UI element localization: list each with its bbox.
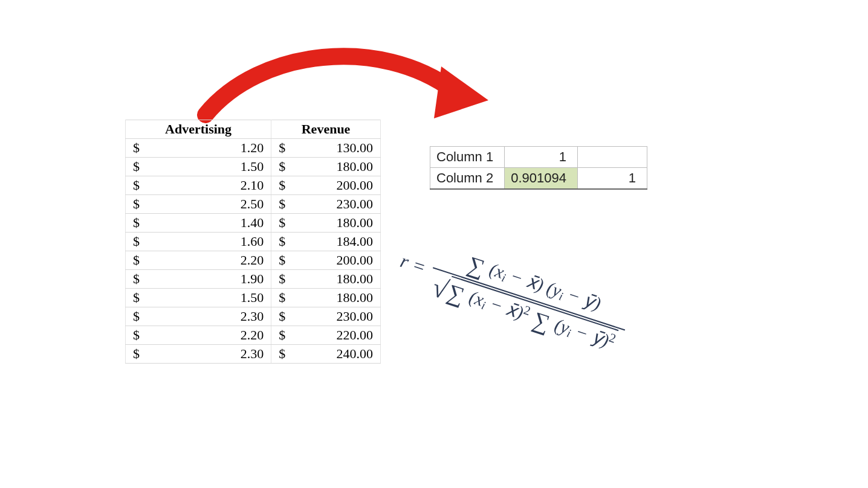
table-row: $1.20$130.00 (126, 139, 381, 158)
header-revenue: Revenue (271, 120, 381, 139)
table-header-row: Advertising Revenue (126, 120, 381, 139)
table-row: $2.20$200.00 (126, 251, 381, 270)
corr-r21-highlight: 0.901094 (505, 168, 578, 190)
table-row: $1.40$180.00 (126, 214, 381, 233)
table-row: $2.10$200.00 (126, 176, 381, 195)
corr-row2-label: Column 2 (430, 168, 505, 190)
table-row: $1.50$180.00 (126, 289, 381, 307)
correlation-matrix-table: Column 1 1 Column 2 0.901094 1 (430, 146, 647, 190)
table-row: $1.90$180.00 (126, 270, 381, 289)
formula-fraction: ∑ (xi − x) (yi − y) √ ∑ (xi − x)2 ∑ (yi … (423, 240, 634, 363)
corr-r11: 1 (505, 147, 578, 168)
formula-lhs: r = (398, 249, 429, 278)
table-row: $2.50$230.00 (126, 195, 381, 214)
corr-r12 (577, 147, 647, 168)
table-row: $1.60$184.00 (126, 233, 381, 251)
corr-r22: 1 (577, 168, 647, 190)
corr-row-1: Column 1 1 (430, 147, 647, 168)
pearson-correlation-formula: r = ∑ (xi − x) (yi − y) √ ∑ (xi − x)2 ∑ … (391, 230, 733, 395)
corr-row1-label: Column 1 (430, 147, 505, 168)
table-row: $1.50$180.00 (126, 158, 381, 176)
corr-row-2: Column 2 0.901094 1 (430, 168, 647, 190)
table-row: $2.30$230.00 (126, 307, 381, 326)
header-advertising: Advertising (126, 120, 271, 139)
table-row: $2.20$220.00 (126, 326, 381, 345)
table-row: $2.30$240.00 (126, 345, 381, 364)
svg-marker-0 (434, 66, 488, 118)
advertising-revenue-table: Advertising Revenue $1.20$130.00 $1.50$1… (125, 120, 381, 364)
